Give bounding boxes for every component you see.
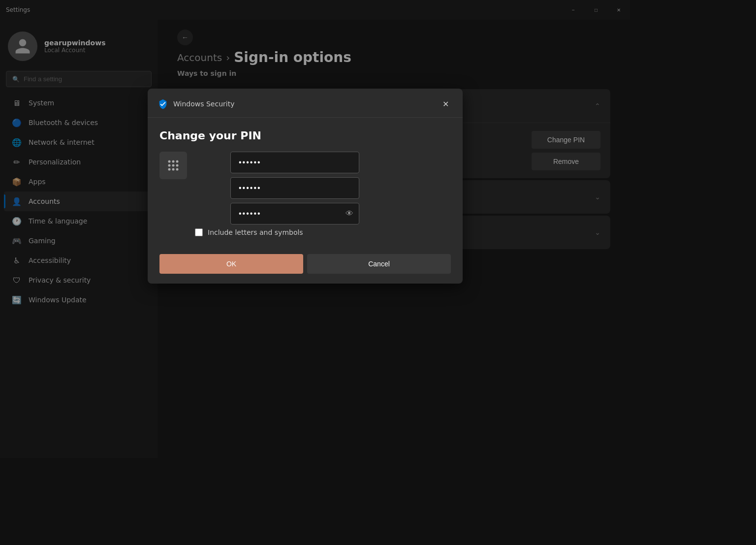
cancel-button[interactable]: Cancel <box>307 254 451 274</box>
current-pin-input[interactable] <box>230 152 359 173</box>
svg-point-3 <box>168 164 171 167</box>
include-letters-checkbox[interactable] <box>195 228 203 236</box>
dialog-footer: OK Cancel <box>148 246 463 284</box>
new-pin-input[interactable] <box>230 177 359 199</box>
dialog-close-button[interactable]: ✕ <box>438 96 453 111</box>
checkbox-label: Include letters and symbols <box>208 228 303 236</box>
dialog-title: Change your PIN <box>159 129 451 142</box>
svg-point-6 <box>168 168 171 171</box>
dialog-header-left: Windows Security <box>158 98 234 109</box>
new-pin-wrapper <box>230 177 359 199</box>
svg-point-4 <box>172 164 175 167</box>
show-password-button[interactable]: 👁 <box>346 209 353 218</box>
svg-point-7 <box>172 168 175 171</box>
dialog-header: Windows Security ✕ <box>148 89 463 118</box>
confirm-pin-input[interactable] <box>230 203 359 224</box>
dialog-header-title: Windows Security <box>173 100 234 108</box>
svg-point-5 <box>176 164 179 167</box>
ok-button[interactable]: OK <box>159 254 303 274</box>
dialog-body: Change your PIN <box>148 118 463 246</box>
checkbox-row: Include letters and symbols <box>195 228 451 236</box>
svg-point-0 <box>168 160 171 163</box>
pin-fields: 👁 <box>230 152 359 224</box>
svg-point-8 <box>176 168 179 171</box>
current-pin-wrapper <box>230 152 359 173</box>
confirm-pin-wrapper: 👁 <box>230 203 359 224</box>
change-pin-dialog: Windows Security ✕ Change your PIN <box>148 89 463 284</box>
svg-point-1 <box>172 160 175 163</box>
keypad-icon <box>159 152 187 179</box>
svg-point-2 <box>176 160 179 163</box>
windows-security-icon <box>158 98 168 109</box>
